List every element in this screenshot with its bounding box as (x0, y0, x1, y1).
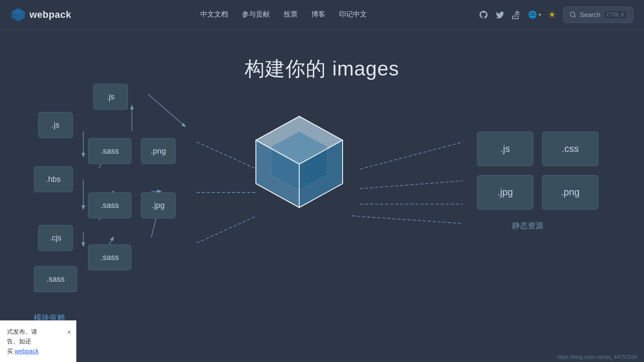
module-box-js2: .js (93, 84, 128, 110)
diagram-area: .js .hbs .cjs .js .sass .png .sass .jpg … (0, 64, 644, 362)
module-box-jpg: .jpg (141, 192, 176, 218)
logo-area[interactable]: webpack (10, 7, 71, 23)
nav-blog[interactable]: 博客 (311, 10, 325, 19)
notification-close[interactable]: × (67, 327, 71, 338)
module-box-hbs: .hbs (34, 166, 73, 192)
search-icon (569, 11, 576, 18)
search-label: Search (580, 11, 601, 18)
stackoverflow-icon[interactable] (512, 10, 521, 20)
search-kbd: CTRL K (604, 10, 627, 19)
output-box-js: .js (477, 132, 533, 166)
nav-icons: 🌐 ▾ ☀ (479, 10, 556, 20)
nav-contribute[interactable]: 参与贡献 (242, 10, 270, 19)
notification-link[interactable]: webpack (15, 348, 39, 355)
notification-bar: × 式发布。请 告。如还 买 webpack (0, 320, 76, 362)
url-bar: https://blog.csdn.net/qq_44757034 (557, 354, 637, 360)
module-box-cjs: .cjs (38, 225, 73, 251)
svg-line-18 (360, 142, 463, 169)
module-box-sass3: .sass (88, 244, 131, 270)
theme-toggle-icon[interactable]: ☀ (548, 10, 556, 20)
search-button[interactable]: Search CTRL K (563, 7, 634, 23)
svg-point-4 (570, 12, 575, 17)
output-box-jpg: .jpg (477, 175, 533, 210)
static-assets-label: 静态资源 (500, 220, 556, 231)
module-box-sass4: .sass (34, 266, 77, 292)
logo-text: webpack (29, 9, 71, 20)
module-box-png: .png (141, 138, 176, 164)
svg-line-19 (360, 181, 463, 189)
nav-yinji[interactable]: 印记中文 (339, 10, 367, 19)
nav-zhwen[interactable]: 中文文档 (200, 10, 228, 19)
module-box-sass2: .sass (88, 192, 131, 218)
svg-line-9 (148, 94, 185, 126)
main-content: 构建你的 images (0, 30, 644, 362)
language-dropdown[interactable]: 🌐 ▾ (528, 10, 541, 19)
webpack-cube (243, 108, 356, 229)
output-box-css: .css (542, 132, 598, 166)
output-box-png: .png (542, 175, 598, 210)
github-icon[interactable] (479, 10, 488, 20)
module-box-js1: .js (38, 112, 73, 138)
module-box-sass1: .sass (88, 138, 131, 164)
navbar: webpack 中文文档 参与贡献 投票 博客 印记中文 🌐 ▾ ☀ (0, 0, 644, 30)
svg-line-21 (352, 216, 463, 224)
notification-text2: 告。如还 (7, 338, 31, 345)
notification-text1: 式发布。请 (7, 328, 37, 335)
webpack-logo-icon (10, 7, 26, 23)
twitter-icon[interactable] (495, 10, 505, 20)
nav-links: 中文文档 参与贡献 投票 博客 印记中文 (88, 10, 479, 19)
notification-text3: 买 (7, 348, 15, 355)
nav-vote[interactable]: 投票 (284, 10, 297, 19)
